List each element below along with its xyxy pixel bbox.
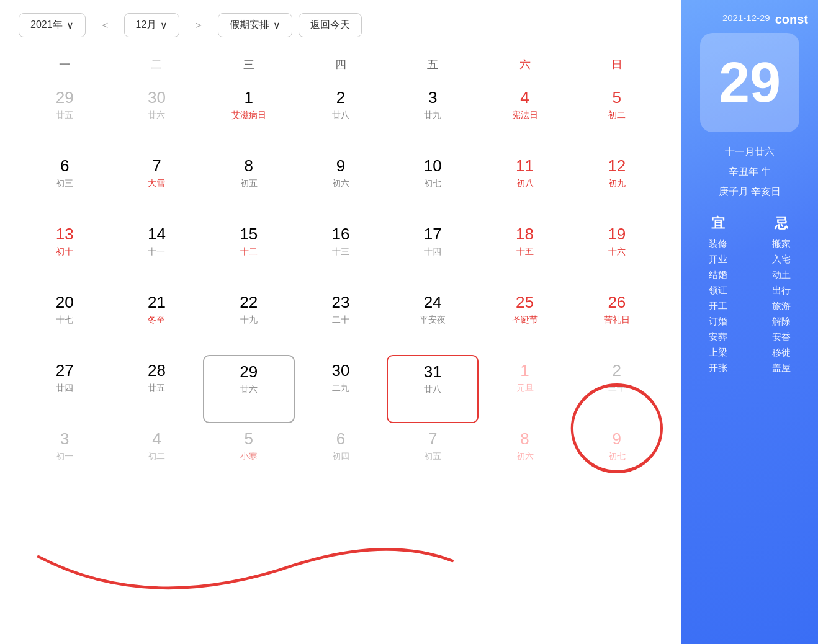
day-lunar: 元旦	[516, 383, 534, 394]
day-cell[interactable]: 22十九	[203, 287, 295, 355]
day-number: 3	[60, 429, 69, 449]
day-lunar: 初七	[608, 451, 626, 462]
day-lunar: 廿四	[56, 383, 73, 394]
day-cell[interactable]: 6初三	[19, 150, 110, 218]
day-lunar: 十七	[56, 315, 73, 326]
day-cell[interactable]: 4宪法日	[479, 82, 570, 150]
next-month-button[interactable]: ＞	[186, 12, 212, 37]
day-cell[interactable]: 30二九	[295, 355, 387, 423]
day-lunar: 十四	[424, 246, 441, 257]
day-cell[interactable]: 3廿九	[387, 82, 479, 150]
day-cell[interactable]: 28廿五	[110, 355, 202, 423]
calendar-main: 2021年 ∨ ＜ 12月 ∨ ＞ 假期安排 ∨ 返回今天 一 二 三 四 五 …	[0, 0, 681, 644]
day-cell[interactable]: 14十一	[110, 218, 202, 287]
ji-item-4: 出行	[772, 283, 791, 298]
day-number: 6	[336, 429, 345, 449]
day-number: 21	[148, 293, 166, 312]
yi-item-7: 安葬	[709, 329, 727, 345]
day-number: 22	[240, 293, 258, 312]
day-number: 7	[428, 429, 437, 449]
day-cell[interactable]: 7大雪	[110, 150, 202, 218]
day-number: 10	[424, 156, 442, 176]
day-number: 26	[608, 293, 626, 312]
day-cell[interactable]: 9初七	[571, 423, 663, 491]
day-cell[interactable]: 21冬至	[110, 287, 202, 355]
day-cell[interactable]: 3初一	[19, 423, 110, 491]
day-cell[interactable]: 12初九	[571, 150, 663, 218]
prev-month-button[interactable]: ＜	[92, 12, 118, 37]
day-cell[interactable]: 16十三	[295, 218, 387, 287]
day-lunar: 苦礼日	[604, 315, 630, 326]
yi-item-1: 装修	[709, 236, 727, 252]
day-lunar: 初四	[332, 451, 349, 462]
day-lunar: 冬至	[148, 315, 165, 326]
days-grid: 29廿五30廿六1艾滋病日2廿八3廿九4宪法日5初二6初三7大雪8初五9初六10…	[19, 82, 663, 491]
day-lunar: 廿六	[240, 384, 258, 395]
day-number: 15	[240, 225, 258, 244]
weekday-thu: 四	[295, 52, 387, 77]
day-cell[interactable]: 7初五	[387, 423, 479, 491]
weekday-wed: 三	[203, 52, 295, 77]
day-number: 1	[244, 88, 253, 107]
holiday-selector[interactable]: 假期安排 ∨	[218, 13, 292, 37]
day-cell[interactable]: 30廿六	[110, 82, 202, 150]
day-cell[interactable]: 1元旦	[479, 355, 570, 423]
day-cell[interactable]: 1艾滋病日	[203, 82, 295, 150]
return-today-button[interactable]: 返回今天	[299, 13, 362, 37]
day-lunar: 廿六	[148, 110, 165, 121]
sidebar: 2021-12-29 const 29 十一月廿六 辛丑年 牛 庚子月 辛亥日 …	[681, 0, 818, 644]
day-cell[interactable]: 6初四	[295, 423, 387, 491]
ji-item-8: 移徙	[772, 345, 791, 360]
day-cell[interactable]: 25圣诞节	[479, 287, 570, 355]
day-cell[interactable]: 8初五	[203, 150, 295, 218]
day-lunar: 初二	[608, 110, 626, 121]
day-cell[interactable]: 23二十	[295, 287, 387, 355]
day-number: 9	[613, 429, 621, 449]
yi-item-5: 开工	[709, 298, 727, 314]
day-lunar: 二九	[332, 383, 349, 394]
day-cell[interactable]: 9初六	[295, 150, 387, 218]
yi-item-4: 领证	[709, 283, 727, 298]
day-cell[interactable]: 27廿四	[19, 355, 110, 423]
day-cell[interactable]: 10初七	[387, 150, 479, 218]
day-lunar: 大雪	[148, 178, 165, 189]
day-cell[interactable]: 29廿五	[19, 82, 110, 150]
day-cell[interactable]: 15十二	[203, 218, 295, 287]
day-cell[interactable]: 2三十	[571, 355, 663, 423]
calendar-grid-wrapper: 29廿五30廿六1艾滋病日2廿八3廿九4宪法日5初二6初三7大雪8初五9初六10…	[19, 82, 663, 632]
day-cell[interactable]: 24平安夜	[387, 287, 479, 355]
weekday-sat: 六	[479, 52, 570, 77]
day-cell[interactable]: 19十六	[571, 218, 663, 287]
day-lunar: 初一	[56, 451, 73, 462]
day-number: 8	[520, 429, 529, 449]
ji-item-9: 盖屋	[772, 360, 791, 376]
day-cell[interactable]: 29廿六	[203, 355, 295, 423]
day-cell[interactable]: 4初二	[110, 423, 202, 491]
day-number: 4	[520, 88, 529, 107]
toolbar: 2021年 ∨ ＜ 12月 ∨ ＞ 假期安排 ∨ 返回今天	[19, 12, 663, 37]
day-cell[interactable]: 20十七	[19, 287, 110, 355]
ji-column: 忌 搬家 入宅 动土 出行 旅游 解除 安香 移徙 盖屋	[755, 214, 808, 376]
day-lunar: 初八	[516, 178, 534, 189]
day-cell[interactable]: 31廿八	[387, 355, 479, 423]
weekday-tue: 二	[110, 52, 202, 77]
day-number: 20	[56, 293, 74, 312]
year-selector[interactable]: 2021年 ∨	[19, 13, 86, 37]
day-cell[interactable]: 11初八	[479, 150, 570, 218]
day-lunar: 平安夜	[420, 315, 446, 326]
day-cell[interactable]: 13初十	[19, 218, 110, 287]
day-lunar: 十五	[516, 246, 534, 257]
day-lunar: 廿八	[424, 384, 441, 395]
day-cell[interactable]: 18十五	[479, 218, 570, 287]
day-cell[interactable]: 5初二	[571, 82, 663, 150]
day-cell[interactable]: 5小寒	[203, 423, 295, 491]
day-lunar: 艾滋病日	[231, 110, 266, 121]
weekday-mon: 一	[19, 52, 110, 77]
day-cell[interactable]: 2廿八	[295, 82, 387, 150]
day-cell[interactable]: 8初六	[479, 423, 570, 491]
day-number: 2	[336, 88, 345, 107]
month-selector[interactable]: 12月 ∨	[124, 13, 180, 37]
day-cell[interactable]: 17十四	[387, 218, 479, 287]
day-cell[interactable]: 26苦礼日	[571, 287, 663, 355]
yiji-grid: 宜 装修 开业 结婚 领证 开工 订婚 安葬 上梁 开张 忌 搬家 入宅 动土 …	[691, 214, 808, 376]
